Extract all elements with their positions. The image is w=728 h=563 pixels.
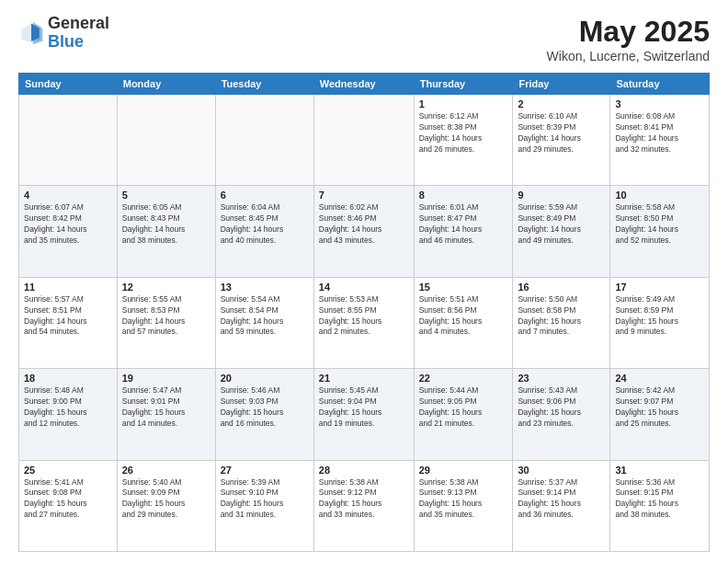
day-number: 1 (419, 98, 508, 109)
day-detail: Sunrise: 5:55 AM Sunset: 8:53 PM Dayligh… (122, 294, 210, 339)
day-detail: Sunrise: 6:10 AM Sunset: 8:39 PM Dayligh… (518, 111, 605, 155)
day-number: 16 (518, 282, 605, 293)
day-number: 25 (24, 465, 112, 476)
day-detail: Sunrise: 6:02 AM Sunset: 8:46 PM Dayligh… (319, 202, 409, 247)
calendar-cell: 23Sunrise: 5:43 AM Sunset: 9:06 PM Dayli… (513, 369, 610, 460)
day-detail: Sunrise: 6:01 AM Sunset: 8:47 PM Dayligh… (419, 202, 508, 247)
col-sunday: Sunday (19, 74, 118, 95)
day-detail: Sunrise: 6:12 AM Sunset: 8:38 PM Dayligh… (419, 111, 508, 155)
calendar-cell: 15Sunrise: 5:51 AM Sunset: 8:56 PM Dayli… (414, 277, 513, 368)
day-detail: Sunrise: 5:41 AM Sunset: 9:08 PM Dayligh… (24, 477, 112, 522)
calendar-cell: 30Sunrise: 5:37 AM Sunset: 9:14 PM Dayli… (513, 460, 610, 551)
day-number: 29 (419, 465, 508, 476)
day-detail: Sunrise: 5:44 AM Sunset: 9:05 PM Dayligh… (419, 385, 508, 430)
calendar-cell: 14Sunrise: 5:53 AM Sunset: 8:55 PM Dayli… (313, 277, 414, 368)
day-number: 6 (221, 190, 309, 201)
day-number: 31 (615, 465, 704, 476)
page: General Blue May 2025 Wikon, Lucerne, Sw… (0, 0, 728, 563)
day-number: 10 (615, 190, 704, 201)
calendar-cell: 12Sunrise: 5:55 AM Sunset: 8:53 PM Dayli… (117, 277, 215, 368)
day-number: 3 (615, 98, 704, 109)
logo-general: General (48, 14, 109, 32)
day-number: 22 (419, 373, 508, 384)
calendar-cell: 13Sunrise: 5:54 AM Sunset: 8:54 PM Dayli… (215, 277, 313, 368)
calendar-cell: 8Sunrise: 6:01 AM Sunset: 8:47 PM Daylig… (414, 186, 513, 277)
day-number: 8 (419, 190, 508, 201)
calendar-cell: 11Sunrise: 5:57 AM Sunset: 8:51 PM Dayli… (19, 277, 118, 368)
day-number: 28 (319, 465, 409, 476)
day-detail: Sunrise: 6:08 AM Sunset: 8:41 PM Dayligh… (615, 111, 704, 155)
header-row: Sunday Monday Tuesday Wednesday Thursday… (19, 74, 710, 95)
logo-icon (18, 20, 44, 46)
calendar-cell (215, 95, 313, 186)
day-number: 4 (24, 190, 112, 201)
page-subtitle: Wikon, Lucerne, Switzerland (547, 49, 710, 63)
calendar-cell: 21Sunrise: 5:45 AM Sunset: 9:04 PM Dayli… (313, 369, 414, 460)
calendar-cell (117, 95, 215, 186)
col-saturday: Saturday (610, 74, 710, 95)
day-detail: Sunrise: 5:42 AM Sunset: 9:07 PM Dayligh… (615, 385, 704, 430)
day-number: 12 (122, 282, 210, 293)
day-number: 7 (319, 190, 409, 201)
calendar-cell: 25Sunrise: 5:41 AM Sunset: 9:08 PM Dayli… (19, 460, 118, 551)
calendar-cell: 5Sunrise: 6:05 AM Sunset: 8:43 PM Daylig… (117, 186, 215, 277)
calendar-cell: 4Sunrise: 6:07 AM Sunset: 8:42 PM Daylig… (19, 186, 118, 277)
calendar-cell: 6Sunrise: 6:04 AM Sunset: 8:45 PM Daylig… (215, 186, 313, 277)
day-detail: Sunrise: 5:51 AM Sunset: 8:56 PM Dayligh… (419, 294, 508, 339)
logo: General Blue (18, 15, 109, 52)
calendar-cell: 29Sunrise: 5:38 AM Sunset: 9:13 PM Dayli… (414, 460, 513, 551)
day-detail: Sunrise: 5:36 AM Sunset: 9:15 PM Dayligh… (615, 477, 704, 522)
day-number: 15 (419, 282, 508, 293)
calendar-cell: 16Sunrise: 5:50 AM Sunset: 8:58 PM Dayli… (513, 277, 610, 368)
day-detail: Sunrise: 5:46 AM Sunset: 9:03 PM Dayligh… (221, 385, 309, 430)
calendar-cell (19, 95, 118, 186)
day-detail: Sunrise: 5:38 AM Sunset: 9:13 PM Dayligh… (419, 477, 508, 522)
calendar-table: Sunday Monday Tuesday Wednesday Thursday… (18, 73, 710, 552)
day-detail: Sunrise: 6:05 AM Sunset: 8:43 PM Dayligh… (122, 202, 210, 247)
col-monday: Monday (117, 74, 215, 95)
day-number: 2 (518, 98, 605, 109)
col-thursday: Thursday (414, 74, 513, 95)
day-detail: Sunrise: 5:50 AM Sunset: 8:58 PM Dayligh… (518, 294, 605, 339)
calendar-cell: 19Sunrise: 5:47 AM Sunset: 9:01 PM Dayli… (117, 369, 215, 460)
day-number: 9 (518, 190, 605, 201)
day-detail: Sunrise: 5:59 AM Sunset: 8:49 PM Dayligh… (518, 202, 605, 247)
logo-text: General Blue (48, 15, 109, 52)
day-detail: Sunrise: 5:49 AM Sunset: 8:59 PM Dayligh… (615, 294, 704, 339)
calendar-cell (313, 95, 414, 186)
day-detail: Sunrise: 5:43 AM Sunset: 9:06 PM Dayligh… (518, 385, 605, 430)
day-detail: Sunrise: 5:57 AM Sunset: 8:51 PM Dayligh… (24, 294, 112, 339)
day-detail: Sunrise: 5:39 AM Sunset: 9:10 PM Dayligh… (221, 477, 309, 522)
calendar-cell: 2Sunrise: 6:10 AM Sunset: 8:39 PM Daylig… (513, 95, 610, 186)
calendar-cell: 28Sunrise: 5:38 AM Sunset: 9:12 PM Dayli… (313, 460, 414, 551)
calendar-cell: 20Sunrise: 5:46 AM Sunset: 9:03 PM Dayli… (215, 369, 313, 460)
title-block: May 2025 Wikon, Lucerne, Switzerland (547, 15, 710, 63)
calendar-cell: 31Sunrise: 5:36 AM Sunset: 9:15 PM Dayli… (610, 460, 710, 551)
calendar-week-row: 25Sunrise: 5:41 AM Sunset: 9:08 PM Dayli… (19, 460, 710, 551)
calendar-cell: 27Sunrise: 5:39 AM Sunset: 9:10 PM Dayli… (215, 460, 313, 551)
calendar-cell: 18Sunrise: 5:48 AM Sunset: 9:00 PM Dayli… (19, 369, 118, 460)
calendar-cell: 10Sunrise: 5:58 AM Sunset: 8:50 PM Dayli… (610, 186, 710, 277)
calendar-cell: 1Sunrise: 6:12 AM Sunset: 8:38 PM Daylig… (414, 95, 513, 186)
col-wednesday: Wednesday (313, 74, 414, 95)
header: General Blue May 2025 Wikon, Lucerne, Sw… (18, 15, 710, 63)
day-number: 20 (221, 373, 309, 384)
day-detail: Sunrise: 5:45 AM Sunset: 9:04 PM Dayligh… (319, 385, 409, 430)
calendar-week-row: 4Sunrise: 6:07 AM Sunset: 8:42 PM Daylig… (19, 186, 710, 277)
day-number: 21 (319, 373, 409, 384)
day-detail: Sunrise: 5:54 AM Sunset: 8:54 PM Dayligh… (221, 294, 309, 339)
col-friday: Friday (513, 74, 610, 95)
calendar-cell: 22Sunrise: 5:44 AM Sunset: 9:05 PM Dayli… (414, 369, 513, 460)
page-title: May 2025 (547, 15, 710, 49)
day-number: 23 (518, 373, 605, 384)
calendar-cell: 7Sunrise: 6:02 AM Sunset: 8:46 PM Daylig… (313, 186, 414, 277)
day-number: 5 (122, 190, 210, 201)
day-number: 17 (615, 282, 704, 293)
day-number: 26 (122, 465, 210, 476)
day-detail: Sunrise: 6:07 AM Sunset: 8:42 PM Dayligh… (24, 202, 112, 247)
calendar-cell: 26Sunrise: 5:40 AM Sunset: 9:09 PM Dayli… (117, 460, 215, 551)
day-number: 14 (319, 282, 409, 293)
calendar-cell: 3Sunrise: 6:08 AM Sunset: 8:41 PM Daylig… (610, 95, 710, 186)
calendar-week-row: 18Sunrise: 5:48 AM Sunset: 9:00 PM Dayli… (19, 369, 710, 460)
col-tuesday: Tuesday (215, 74, 313, 95)
